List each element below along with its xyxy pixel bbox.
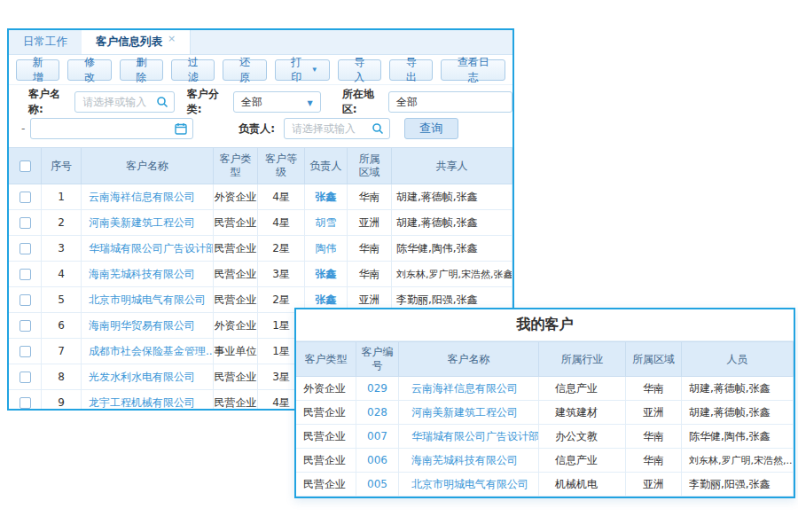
table-row[interactable]: 民营企业 006 海南芜城科技有限公司 信息产业 华南 刘东林,罗广明,宋浩然,… xyxy=(296,449,794,473)
customer-name-link[interactable]: 河南美新建筑工程公司 xyxy=(399,401,539,424)
row-checkbox[interactable] xyxy=(20,192,31,203)
header-type[interactable]: 客户类型 xyxy=(214,148,258,184)
export-button[interactable]: 导出 xyxy=(389,59,433,81)
query-button[interactable]: 查询 xyxy=(404,118,458,139)
table-row[interactable]: 民营企业 028 河南美新建筑工程公司 建筑建材 亚洲 胡建,蒋德帧,张鑫 xyxy=(296,401,794,425)
date-field[interactable] xyxy=(30,118,193,139)
row-checkbox[interactable] xyxy=(20,372,31,383)
table-row[interactable]: 2 河南美新建筑工程公司 民营企业 4星 胡雪 亚洲 胡建,蒋德帧,张鑫 xyxy=(9,210,512,236)
print-button[interactable]: 打印 ▼ xyxy=(275,59,330,81)
region: 华南 xyxy=(626,449,682,472)
owner-link[interactable]: 张鑫 xyxy=(305,184,348,209)
customer-name-link[interactable]: 华瑞城有限公司广告设计部 xyxy=(399,425,539,448)
add-button[interactable]: 新增 xyxy=(16,59,59,81)
header-region[interactable]: 所属区域 xyxy=(626,342,682,376)
select-all-checkbox[interactable] xyxy=(20,160,31,172)
table-row[interactable]: 4 海南芜城科技有限公司 民营企业 3星 张鑫 华南 刘东林,罗广明,宋浩然,张… xyxy=(9,262,512,287)
row-checkbox[interactable] xyxy=(20,217,31,229)
search-icon[interactable] xyxy=(372,122,384,135)
shared-people: 陈华健,陶伟,张鑫 xyxy=(392,236,512,261)
owner-link[interactable]: 陶伟 xyxy=(305,236,348,261)
filter-button[interactable]: 过滤 xyxy=(171,59,215,81)
industry: 信息产业 xyxy=(539,449,626,472)
date-range-dash: - xyxy=(21,122,28,135)
customer-code-link[interactable]: 005 xyxy=(356,473,399,496)
customer-name-link[interactable]: 成都市社会保险基金管理... xyxy=(82,339,214,364)
close-icon[interactable]: × xyxy=(168,33,176,44)
header-industry[interactable]: 所属行业 xyxy=(539,342,626,376)
header-shared[interactable]: 共享人 xyxy=(392,148,512,184)
header-no[interactable]: 序号 xyxy=(42,148,82,184)
table-row[interactable]: 外资企业 029 云南海祥信息有限公司 信息产业 华南 胡建,蒋德帧,张鑫 xyxy=(296,377,794,401)
header-region[interactable]: 所属区域 xyxy=(348,148,392,184)
customer-type: 民营企业 xyxy=(214,236,258,261)
customer-name-link[interactable]: 龙宇工程机械有限公司 xyxy=(82,390,214,411)
edit-button[interactable]: 修改 xyxy=(67,59,111,81)
tab-customer-list[interactable]: 客户信息列表 × xyxy=(82,30,191,54)
table-row[interactable]: 民营企业 007 华瑞城有限公司广告设计部 办公文教 华南 陈华健,陶伟,张鑫 xyxy=(296,425,794,449)
customer-name-link[interactable]: 海南芜城科技有限公司 xyxy=(82,262,214,286)
row-checkbox[interactable] xyxy=(20,346,31,357)
view-log-button[interactable]: 查看日志 xyxy=(441,59,505,81)
customer-name-link[interactable]: 海南明华贸易有限公司 xyxy=(82,313,214,338)
tab-daily-work[interactable]: 日常工作 xyxy=(9,30,82,54)
customer-name-link[interactable]: 河南美新建筑工程公司 xyxy=(82,210,214,235)
customer-type: 民营企业 xyxy=(296,449,356,472)
header-code[interactable]: 客户编号 xyxy=(356,342,399,376)
customer-name-link[interactable]: 华瑞城有限公司广告设计部 xyxy=(82,236,214,261)
row-checkbox[interactable] xyxy=(20,294,31,306)
customer-code-link[interactable]: 006 xyxy=(356,449,399,472)
search-icon[interactable] xyxy=(156,96,168,108)
customer-name-link[interactable]: 北京市明城电气有限公司 xyxy=(82,287,214,312)
delete-button[interactable]: 删除 xyxy=(120,59,163,81)
customer-type: 民营企业 xyxy=(296,425,356,448)
customer-name-link[interactable]: 北京市明城电气有限公司 xyxy=(399,473,539,496)
header-type[interactable]: 客户类型 xyxy=(296,342,356,376)
row-checkbox[interactable] xyxy=(20,243,31,254)
customer-code-link[interactable]: 028 xyxy=(356,401,399,424)
customer-type: 外资企业 xyxy=(214,184,258,209)
people: 胡建,蒋德帧,张鑫 xyxy=(682,401,794,424)
category-select[interactable]: 全部 ▼ xyxy=(233,91,321,113)
industry: 机械机电 xyxy=(539,473,626,496)
row-checkbox[interactable] xyxy=(20,397,31,409)
row-checkbox[interactable] xyxy=(20,269,31,280)
header-owner[interactable]: 负责人 xyxy=(305,148,348,184)
customer-name-link[interactable]: 云南海祥信息有限公司 xyxy=(82,184,214,209)
customer-name-link[interactable]: 海南芜城科技有限公司 xyxy=(399,449,539,472)
customer-name-link[interactable]: 云南海祥信息有限公司 xyxy=(399,377,539,400)
header-name[interactable]: 客户名称 xyxy=(399,342,539,376)
customer-type: 民营企业 xyxy=(214,210,258,235)
header-people[interactable]: 人员 xyxy=(682,342,794,376)
calendar-icon[interactable] xyxy=(175,122,187,135)
import-button[interactable]: 导入 xyxy=(338,59,381,81)
customer-code-link[interactable]: 029 xyxy=(356,377,399,400)
owner-input[interactable] xyxy=(292,122,368,135)
owner-link[interactable]: 张鑫 xyxy=(305,262,348,286)
customer-level: 3星 xyxy=(258,262,305,286)
customer-name-field[interactable] xyxy=(74,91,174,113)
header-name[interactable]: 客户名称 xyxy=(82,148,214,184)
owner-field[interactable] xyxy=(284,118,390,139)
customer-name-input[interactable] xyxy=(82,96,152,108)
industry: 信息产业 xyxy=(539,377,626,400)
header-level[interactable]: 客户等级 xyxy=(258,148,305,184)
district-select[interactable]: 全部 xyxy=(388,91,512,113)
tab-customer-list-label: 客户信息列表 xyxy=(96,35,162,50)
shared-people: 胡建,蒋德帧,张鑫 xyxy=(392,210,512,235)
customer-code-link[interactable]: 007 xyxy=(356,425,399,448)
people: 李勤丽,阳强,张鑫 xyxy=(682,473,794,496)
table-row[interactable]: 1 云南海祥信息有限公司 外资企业 4星 张鑫 华南 胡建,蒋德帧,张鑫 xyxy=(9,184,512,210)
restore-button[interactable]: 还原 xyxy=(223,59,266,81)
my-customers-table: 客户类型 客户编号 客户名称 所属行业 所属区域 人员 外资企业 029 云南海… xyxy=(296,341,794,497)
row-no: 6 xyxy=(42,313,82,338)
select-all-cell[interactable] xyxy=(9,148,42,184)
date-input[interactable] xyxy=(38,122,171,135)
customer-name-link[interactable]: 光发水利水电有限公司 xyxy=(82,364,214,389)
table-row[interactable]: 3 华瑞城有限公司广告设计部 民营企业 2星 陶伟 华南 陈华健,陶伟,张鑫 xyxy=(9,236,512,262)
region: 华南 xyxy=(626,377,682,400)
table-row[interactable]: 民营企业 005 北京市明城电气有限公司 机械机电 亚洲 李勤丽,阳强,张鑫 xyxy=(296,473,794,497)
row-checkbox[interactable] xyxy=(20,320,31,332)
table-header-row: 序号 客户名称 客户类型 客户等级 负责人 所属区域 共享人 xyxy=(9,147,512,184)
owner-link[interactable]: 胡雪 xyxy=(305,210,348,235)
